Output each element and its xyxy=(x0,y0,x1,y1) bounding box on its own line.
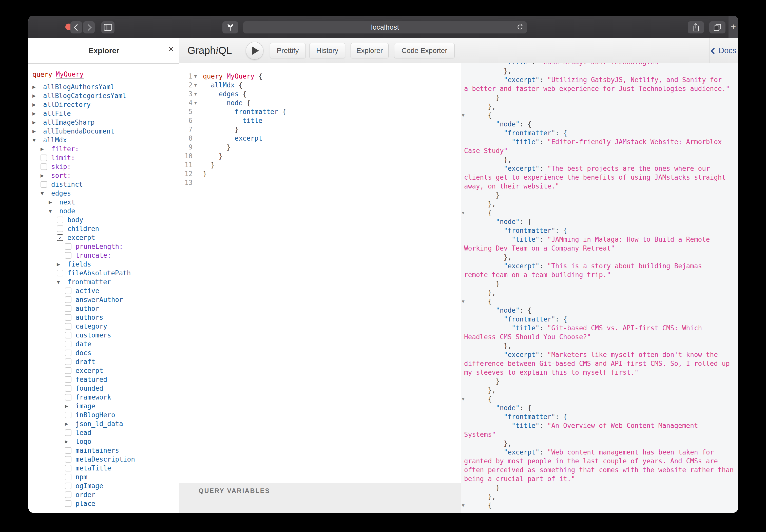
tree-item-order[interactable]: order xyxy=(65,490,179,499)
tree-item-date[interactable]: date xyxy=(65,339,179,348)
result-fold-arrow-icon[interactable]: ▼ xyxy=(462,501,466,510)
tree-item-allIubendaDocument[interactable]: ▶allIubendaDocument xyxy=(32,127,179,136)
checkbox[interactable] xyxy=(57,270,63,276)
code-line[interactable]: allMdx { xyxy=(203,81,461,90)
back-button[interactable] xyxy=(70,21,82,33)
tree-item-active[interactable]: active xyxy=(65,286,179,295)
expand-arrow-icon[interactable]: ▶ xyxy=(32,84,36,89)
tree-item-metaDescription[interactable]: metaDescription xyxy=(65,455,179,464)
expand-arrow-icon[interactable]: ▶ xyxy=(65,439,68,444)
forward-button[interactable] xyxy=(83,21,95,33)
code-line[interactable]: } xyxy=(203,161,461,169)
tree-item-logo[interactable]: ▶logo xyxy=(65,437,179,446)
expand-arrow-icon[interactable]: ▶ xyxy=(32,93,36,98)
checkbox[interactable] xyxy=(65,376,71,383)
checkbox[interactable] xyxy=(65,474,71,480)
checkbox[interactable] xyxy=(65,367,71,374)
tree-item-fileAbsolutePath[interactable]: fileAbsolutePath xyxy=(57,269,179,277)
tree-item-sort[interactable]: ▶sort: xyxy=(41,171,179,180)
checkbox[interactable] xyxy=(65,465,71,471)
checkbox[interactable] xyxy=(57,225,63,232)
tree-item-allBlogCategoriesYaml[interactable]: ▶allBlogCategoriesYaml xyxy=(32,91,179,100)
result-fold-arrow-icon[interactable]: ▼ xyxy=(462,111,466,120)
result-fold-arrow-icon[interactable]: ▼ xyxy=(462,395,466,404)
query-name-input[interactable]: MyQuery xyxy=(56,70,84,79)
code-line[interactable]: } xyxy=(203,152,461,161)
expand-arrow-icon[interactable]: ▶ xyxy=(41,146,44,151)
tree-item-founded[interactable]: founded xyxy=(65,384,179,393)
code-line[interactable]: } xyxy=(203,143,461,152)
checkbox[interactable] xyxy=(65,252,71,259)
checkbox[interactable] xyxy=(65,332,71,338)
fold-arrow-icon[interactable]: ▼ xyxy=(193,99,199,107)
checkbox[interactable] xyxy=(65,314,71,321)
code-line[interactable]: query MyQuery { xyxy=(203,72,461,81)
fold-arrow-icon[interactable]: ▼ xyxy=(193,81,199,90)
collapse-arrow-icon[interactable]: ▼ xyxy=(41,191,44,196)
explorer-toggle-button[interactable]: Explorer xyxy=(351,43,389,58)
expand-arrow-icon[interactable]: ▶ xyxy=(57,262,60,267)
checkbox[interactable] xyxy=(57,217,63,223)
tree-item-frontmatter[interactable]: ▼frontmatter xyxy=(57,277,179,286)
history-button[interactable]: History xyxy=(309,43,345,58)
expand-arrow-icon[interactable]: ▶ xyxy=(41,173,44,178)
tree-item-maintainers[interactable]: maintainers xyxy=(65,446,179,455)
tree-item-edges[interactable]: ▼edges xyxy=(41,189,179,198)
tree-item-docs[interactable]: docs xyxy=(65,348,179,357)
code-line[interactable] xyxy=(203,178,461,187)
checkbox[interactable] xyxy=(65,358,71,365)
tree-item-allBlogAuthorsYaml[interactable]: ▶allBlogAuthorsYaml xyxy=(32,82,179,91)
tree-item-json_ld_data[interactable]: ▶json_ld_data xyxy=(65,419,179,428)
checkbox[interactable] xyxy=(65,350,71,356)
tree-item-inBlogHero[interactable]: inBlogHero xyxy=(65,410,179,419)
prettify-button[interactable]: Prettify xyxy=(270,43,306,58)
tree-item-next[interactable]: ▶next xyxy=(49,198,179,206)
checkbox[interactable] xyxy=(65,394,71,401)
checkbox[interactable] xyxy=(65,500,71,507)
docs-button[interactable]: Docs xyxy=(710,38,738,63)
query-variables-bar[interactable]: QUERY VARIABLES xyxy=(179,483,461,513)
address-bar[interactable]: localhost xyxy=(243,21,527,33)
checkbox-checked[interactable] xyxy=(57,234,63,241)
checkbox[interactable] xyxy=(65,483,71,489)
tree-item-allFile[interactable]: ▶allFile xyxy=(32,109,179,118)
explorer-tree[interactable]: query MyQuery ▶allBlogAuthorsYaml▶allBlo… xyxy=(28,64,179,508)
expand-arrow-icon[interactable]: ▶ xyxy=(32,111,36,116)
code-line[interactable]: } xyxy=(203,169,461,178)
explorer-close-button[interactable]: × xyxy=(168,45,174,54)
checkbox[interactable] xyxy=(41,163,47,170)
tree-item-pruneLength[interactable]: pruneLength: xyxy=(65,242,179,251)
checkbox[interactable] xyxy=(65,341,71,347)
tree-item-truncate[interactable]: truncate: xyxy=(65,251,179,260)
code-line[interactable]: excerpt xyxy=(203,134,461,143)
checkbox[interactable] xyxy=(41,181,47,188)
tree-item-featured[interactable]: featured xyxy=(65,375,179,384)
tree-item-distinct[interactable]: distinct xyxy=(41,180,179,189)
checkbox[interactable] xyxy=(65,447,71,454)
checkbox[interactable] xyxy=(65,305,71,312)
tab-overview-button[interactable] xyxy=(709,21,725,33)
expand-arrow-icon[interactable]: ▶ xyxy=(32,129,36,134)
code-line[interactable]: edges { xyxy=(203,90,461,99)
checkbox[interactable] xyxy=(65,385,71,392)
expand-arrow-icon[interactable]: ▶ xyxy=(32,102,36,107)
collapse-arrow-icon[interactable]: ▼ xyxy=(57,279,60,284)
tree-item-npm[interactable]: npm xyxy=(65,472,179,481)
tree-item-framework[interactable]: framework xyxy=(65,393,179,402)
code-line[interactable]: } xyxy=(203,125,461,134)
tree-item-limit[interactable]: limit: xyxy=(41,153,179,162)
checkbox[interactable] xyxy=(41,155,47,161)
tree-item-place[interactable]: place xyxy=(65,499,179,508)
code-line[interactable]: frontmatter { xyxy=(203,107,461,116)
tree-item-allImageSharp[interactable]: ▶allImageSharp xyxy=(32,118,179,127)
tree-item-fields[interactable]: ▶fields xyxy=(57,260,179,269)
checkbox[interactable] xyxy=(65,288,71,294)
tree-item-excerpt[interactable]: excerpt xyxy=(57,233,179,242)
tree-item-node[interactable]: ▼node xyxy=(49,206,179,215)
editor-code[interactable]: query MyQuery { allMdx { edges { node { … xyxy=(199,63,461,483)
fold-arrow-icon[interactable]: ▼ xyxy=(193,90,199,99)
tree-item-customers[interactable]: customers xyxy=(65,331,179,339)
tree-item-filter[interactable]: ▶filter: xyxy=(41,144,179,153)
tree-item-image[interactable]: ▶image xyxy=(65,402,179,410)
reload-button[interactable] xyxy=(516,23,524,33)
